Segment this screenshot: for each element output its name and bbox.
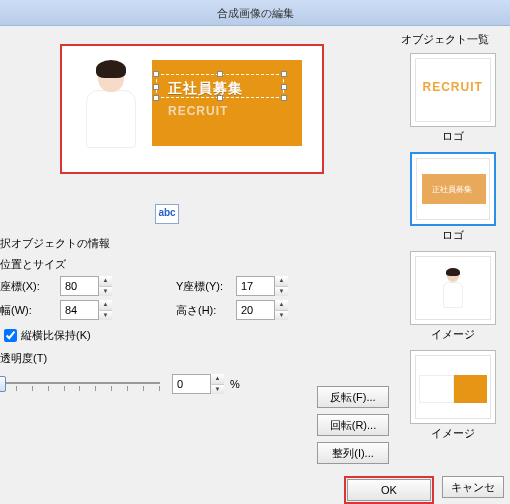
w-stepper[interactable]: ▲▼ xyxy=(60,300,112,320)
h-label: 高さ(H): xyxy=(176,303,236,318)
main-panel: 正社員募集 RECRUIT abc 択オブジェクトの情報 位置とサイズ 座標(X… xyxy=(0,26,395,474)
canvas-preview[interactable]: 正社員募集 RECRUIT xyxy=(60,44,324,174)
w-label: 幅(W): xyxy=(0,303,60,318)
x-up[interactable]: ▲ xyxy=(98,276,112,287)
object-item-0[interactable]: RECRUIT ロゴ xyxy=(410,53,496,150)
object-list-header: オブジェクト一覧 xyxy=(397,30,508,53)
opacity-title: 透明度(T) xyxy=(0,351,387,366)
object-list-panel: オブジェクト一覧 RECRUIT ロゴ 正社員募集 ロゴ イメージ イメージ xyxy=(395,26,510,474)
object-label-2: イメージ xyxy=(410,325,496,348)
person-image[interactable] xyxy=(72,56,150,146)
position-size-title: 位置とサイズ xyxy=(0,257,387,272)
opacity-track[interactable] xyxy=(0,382,160,384)
object-item-1[interactable]: 正社員募集 ロゴ xyxy=(410,152,496,249)
opacity-up[interactable]: ▲ xyxy=(210,374,224,385)
aspect-ratio-label: 縦横比保持(K) xyxy=(21,328,91,343)
h-up[interactable]: ▲ xyxy=(274,300,288,311)
ok-highlight: OK xyxy=(344,476,434,504)
window-title: 合成画像の編集 xyxy=(217,7,294,19)
selection-box[interactable] xyxy=(156,74,284,98)
h-down[interactable]: ▼ xyxy=(274,311,288,321)
handle-s[interactable] xyxy=(217,95,223,101)
w-down[interactable]: ▼ xyxy=(98,311,112,321)
object-label-1: ロゴ xyxy=(410,226,496,249)
align-button[interactable]: 整列(I)... xyxy=(317,442,389,464)
object-label-0: ロゴ xyxy=(410,127,496,150)
object-item-3[interactable]: イメージ xyxy=(410,350,496,447)
card-en-text: RECRUIT xyxy=(168,104,228,118)
aspect-ratio-input[interactable] xyxy=(4,329,17,342)
handle-w[interactable] xyxy=(153,84,159,90)
canvas-inner: 正社員募集 RECRUIT xyxy=(72,56,312,162)
h-stepper[interactable]: ▲▼ xyxy=(236,300,288,320)
object-info-title: 択オブジェクトの情報 xyxy=(0,236,387,251)
y-label: Y座標(Y): xyxy=(176,279,236,294)
opacity-ticks xyxy=(0,386,160,392)
x-down[interactable]: ▼ xyxy=(98,287,112,297)
object-label-3: イメージ xyxy=(410,424,496,447)
x-label: 座標(X): xyxy=(0,279,60,294)
text-tool-button[interactable]: abc xyxy=(155,204,179,224)
opacity-thumb[interactable] xyxy=(0,376,6,392)
opacity-stepper[interactable]: ▲▼ xyxy=(172,374,224,394)
x-stepper[interactable]: ▲▼ xyxy=(60,276,112,296)
thumb-recruit-text: RECRUIT xyxy=(423,80,483,94)
aspect-ratio-checkbox[interactable]: 縦横比保持(K) xyxy=(0,326,387,345)
cancel-button[interactable]: キャンセ xyxy=(442,476,504,498)
rotate-button[interactable]: 回転(R)... xyxy=(317,414,389,436)
handle-e[interactable] xyxy=(281,84,287,90)
flip-button[interactable]: 反転(F)... xyxy=(317,386,389,408)
thumb-logo-text: 正社員募集 xyxy=(432,184,472,195)
orange-card[interactable]: 正社員募集 RECRUIT xyxy=(152,60,302,146)
percent-label: % xyxy=(230,378,240,390)
y-up[interactable]: ▲ xyxy=(274,276,288,287)
handle-se[interactable] xyxy=(281,95,287,101)
handle-n[interactable] xyxy=(217,71,223,77)
opacity-down[interactable]: ▼ xyxy=(210,385,224,395)
handle-nw[interactable] xyxy=(153,71,159,77)
object-item-2[interactable]: イメージ xyxy=(410,251,496,348)
w-up[interactable]: ▲ xyxy=(98,300,112,311)
handle-sw[interactable] xyxy=(153,95,159,101)
handle-ne[interactable] xyxy=(281,71,287,77)
y-stepper[interactable]: ▲▼ xyxy=(236,276,288,296)
y-down[interactable]: ▼ xyxy=(274,287,288,297)
ok-button[interactable]: OK xyxy=(347,479,431,501)
title-bar: 合成画像の編集 xyxy=(0,0,510,26)
footer-bar: OK キャンセ xyxy=(0,474,510,504)
